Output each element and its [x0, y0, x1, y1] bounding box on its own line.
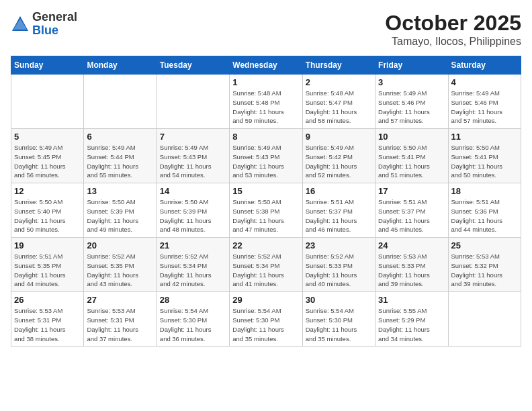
day-number: 28 — [160, 295, 226, 305]
day-info: Sunrise: 5:54 AMSunset: 5:30 PMDaylight:… — [232, 306, 299, 343]
calendar-cell — [157, 75, 229, 129]
day-info: Sunrise: 5:53 AMSunset: 5:31 PMDaylight:… — [14, 306, 81, 343]
day-info: Sunrise: 5:52 AMSunset: 5:34 PMDaylight:… — [232, 252, 299, 289]
calendar-cell: 17Sunrise: 5:51 AMSunset: 5:37 PMDayligh… — [375, 183, 448, 238]
day-number: 9 — [306, 132, 372, 142]
day-info: Sunrise: 5:53 AMSunset: 5:31 PMDaylight:… — [87, 306, 153, 343]
calendar-cell: 25Sunrise: 5:53 AMSunset: 5:32 PMDayligh… — [448, 238, 521, 292]
day-info: Sunrise: 5:53 AMSunset: 5:32 PMDaylight:… — [451, 252, 518, 289]
col-friday: Friday — [375, 56, 448, 75]
calendar-cell: 1Sunrise: 5:48 AMSunset: 5:48 PMDaylight… — [230, 75, 302, 129]
col-thursday: Thursday — [302, 56, 375, 75]
calendar-header: Sunday Monday Tuesday Wednesday Thursday… — [11, 56, 521, 75]
calendar-cell: 22Sunrise: 5:52 AMSunset: 5:34 PMDayligh… — [230, 238, 302, 292]
calendar-cell: 26Sunrise: 5:53 AMSunset: 5:31 PMDayligh… — [11, 292, 84, 347]
calendar-week-1: 1Sunrise: 5:48 AMSunset: 5:48 PMDaylight… — [11, 75, 521, 129]
calendar-cell: 20Sunrise: 5:52 AMSunset: 5:35 PMDayligh… — [84, 238, 157, 292]
calendar-body: 1Sunrise: 5:48 AMSunset: 5:48 PMDaylight… — [11, 75, 521, 347]
calendar-table: Sunday Monday Tuesday Wednesday Thursday… — [11, 56, 521, 347]
svg-marker-1 — [13, 19, 27, 30]
day-info: Sunrise: 5:50 AMSunset: 5:39 PMDaylight:… — [87, 197, 153, 234]
day-info: Sunrise: 5:52 AMSunset: 5:33 PMDaylight:… — [306, 252, 372, 289]
day-info: Sunrise: 5:49 AMSunset: 5:42 PMDaylight:… — [306, 143, 372, 180]
calendar-cell: 11Sunrise: 5:50 AMSunset: 5:41 PMDayligh… — [448, 129, 521, 183]
col-wednesday: Wednesday — [230, 56, 302, 75]
logo: General Blue — [11, 11, 77, 38]
title-block: October 2025 Tamayo, Ilocos, Philippines — [385, 11, 521, 48]
day-info: Sunrise: 5:49 AMSunset: 5:46 PMDaylight:… — [451, 89, 518, 126]
day-info: Sunrise: 5:50 AMSunset: 5:41 PMDaylight:… — [378, 143, 445, 180]
calendar-cell: 23Sunrise: 5:52 AMSunset: 5:33 PMDayligh… — [302, 238, 375, 292]
day-number: 19 — [14, 240, 81, 250]
day-number: 3 — [378, 77, 445, 87]
calendar-cell: 8Sunrise: 5:49 AMSunset: 5:43 PMDaylight… — [230, 129, 302, 183]
calendar-cell: 9Sunrise: 5:49 AMSunset: 5:42 PMDaylight… — [302, 129, 375, 183]
calendar-cell: 5Sunrise: 5:49 AMSunset: 5:45 PMDaylight… — [11, 129, 84, 183]
calendar-week-4: 19Sunrise: 5:51 AMSunset: 5:35 PMDayligh… — [11, 238, 521, 292]
day-info: Sunrise: 5:49 AMSunset: 5:46 PMDaylight:… — [378, 89, 445, 126]
day-info: Sunrise: 5:49 AMSunset: 5:44 PMDaylight:… — [87, 143, 153, 180]
day-info: Sunrise: 5:49 AMSunset: 5:43 PMDaylight:… — [232, 143, 299, 180]
calendar-cell: 15Sunrise: 5:50 AMSunset: 5:38 PMDayligh… — [230, 183, 302, 238]
day-info: Sunrise: 5:54 AMSunset: 5:30 PMDaylight:… — [306, 306, 372, 343]
day-number: 22 — [232, 240, 299, 250]
day-number: 18 — [451, 186, 518, 196]
calendar-cell: 6Sunrise: 5:49 AMSunset: 5:44 PMDaylight… — [84, 129, 157, 183]
day-info: Sunrise: 5:54 AMSunset: 5:30 PMDaylight:… — [160, 306, 226, 343]
calendar-cell: 16Sunrise: 5:51 AMSunset: 5:37 PMDayligh… — [302, 183, 375, 238]
calendar-cell — [84, 75, 157, 129]
day-info: Sunrise: 5:52 AMSunset: 5:34 PMDaylight:… — [160, 252, 226, 289]
calendar-cell: 29Sunrise: 5:54 AMSunset: 5:30 PMDayligh… — [230, 292, 302, 347]
day-number: 8 — [232, 132, 299, 142]
day-number: 23 — [306, 240, 372, 250]
calendar-cell: 18Sunrise: 5:51 AMSunset: 5:36 PMDayligh… — [448, 183, 521, 238]
day-number: 4 — [451, 77, 518, 87]
calendar-cell: 13Sunrise: 5:50 AMSunset: 5:39 PMDayligh… — [84, 183, 157, 238]
day-info: Sunrise: 5:50 AMSunset: 5:38 PMDaylight:… — [232, 197, 299, 234]
logo-blue-text: Blue — [32, 24, 77, 38]
day-number: 27 — [87, 295, 153, 305]
day-info: Sunrise: 5:51 AMSunset: 5:36 PMDaylight:… — [451, 197, 518, 234]
calendar-cell: 10Sunrise: 5:50 AMSunset: 5:41 PMDayligh… — [375, 129, 448, 183]
day-info: Sunrise: 5:52 AMSunset: 5:35 PMDaylight:… — [87, 252, 153, 289]
day-number: 10 — [378, 132, 445, 142]
day-number: 24 — [378, 240, 445, 250]
month-title: October 2025 — [385, 11, 521, 36]
calendar-cell: 28Sunrise: 5:54 AMSunset: 5:30 PMDayligh… — [157, 292, 229, 347]
day-info: Sunrise: 5:51 AMSunset: 5:37 PMDaylight:… — [378, 197, 445, 234]
day-info: Sunrise: 5:50 AMSunset: 5:40 PMDaylight:… — [14, 197, 81, 234]
day-number: 7 — [160, 132, 226, 142]
col-sunday: Sunday — [11, 56, 84, 75]
col-tuesday: Tuesday — [157, 56, 229, 75]
day-number: 1 — [232, 77, 299, 87]
calendar-cell: 3Sunrise: 5:49 AMSunset: 5:46 PMDaylight… — [375, 75, 448, 129]
day-info: Sunrise: 5:50 AMSunset: 5:39 PMDaylight:… — [160, 197, 226, 234]
day-number: 31 — [378, 295, 445, 305]
calendar-cell: 4Sunrise: 5:49 AMSunset: 5:46 PMDaylight… — [448, 75, 521, 129]
day-info: Sunrise: 5:51 AMSunset: 5:35 PMDaylight:… — [14, 252, 81, 289]
day-number: 20 — [87, 240, 153, 250]
day-number: 21 — [160, 240, 226, 250]
day-info: Sunrise: 5:55 AMSunset: 5:29 PMDaylight:… — [378, 306, 445, 343]
location-title: Tamayo, Ilocos, Philippines — [385, 36, 521, 48]
col-monday: Monday — [84, 56, 157, 75]
calendar-cell: 21Sunrise: 5:52 AMSunset: 5:34 PMDayligh… — [157, 238, 229, 292]
header-row: Sunday Monday Tuesday Wednesday Thursday… — [11, 56, 521, 75]
calendar-cell: 12Sunrise: 5:50 AMSunset: 5:40 PMDayligh… — [11, 183, 84, 238]
calendar-cell: 31Sunrise: 5:55 AMSunset: 5:29 PMDayligh… — [375, 292, 448, 347]
day-number: 14 — [160, 186, 226, 196]
day-number: 5 — [14, 132, 81, 142]
calendar-cell: 14Sunrise: 5:50 AMSunset: 5:39 PMDayligh… — [157, 183, 229, 238]
calendar-cell: 27Sunrise: 5:53 AMSunset: 5:31 PMDayligh… — [84, 292, 157, 347]
calendar-cell: 19Sunrise: 5:51 AMSunset: 5:35 PMDayligh… — [11, 238, 84, 292]
calendar-cell: 24Sunrise: 5:53 AMSunset: 5:33 PMDayligh… — [375, 238, 448, 292]
day-number: 13 — [87, 186, 153, 196]
day-info: Sunrise: 5:50 AMSunset: 5:41 PMDaylight:… — [451, 143, 518, 180]
day-info: Sunrise: 5:53 AMSunset: 5:33 PMDaylight:… — [378, 252, 445, 289]
day-number: 11 — [451, 132, 518, 142]
day-number: 30 — [306, 295, 372, 305]
day-info: Sunrise: 5:49 AMSunset: 5:45 PMDaylight:… — [14, 143, 81, 180]
day-number: 2 — [306, 77, 372, 87]
day-number: 6 — [87, 132, 153, 142]
calendar-week-2: 5Sunrise: 5:49 AMSunset: 5:45 PMDaylight… — [11, 129, 521, 183]
